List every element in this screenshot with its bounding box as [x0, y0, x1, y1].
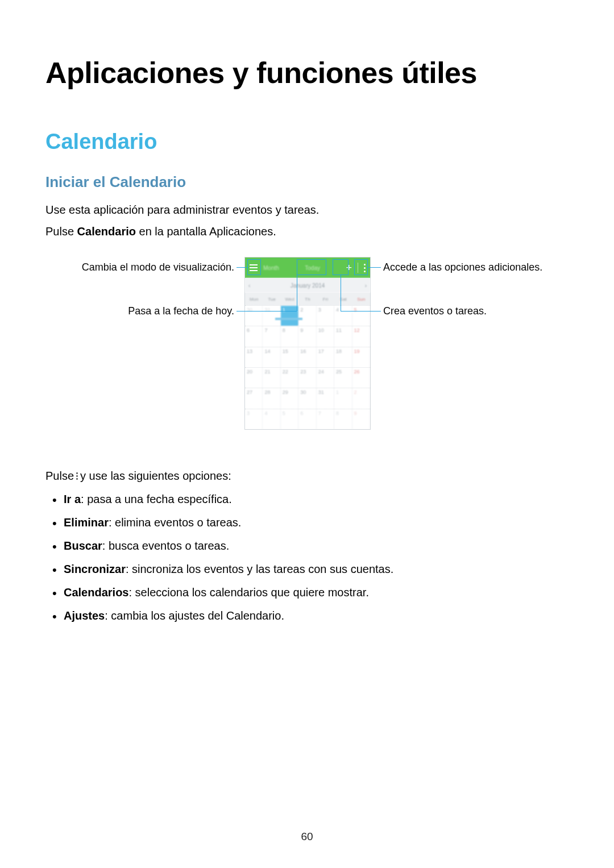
chevron-right-icon: ›	[365, 283, 367, 289]
options-intro: Pulse y use las siguientes opciones:	[45, 467, 569, 484]
calendar-cell: 16	[298, 347, 316, 367]
options-intro-pre: Pulse	[45, 467, 74, 484]
line-create	[341, 311, 381, 312]
calendar-cell: 2	[298, 306, 316, 326]
line-viewmode	[237, 267, 247, 268]
options-list: Ir a: pasa a una fecha específica.Elimin…	[45, 490, 569, 625]
calendar-cell: 7	[263, 326, 280, 346]
dow-cell: Mon	[245, 293, 263, 305]
calendar-cell: 21	[263, 368, 280, 388]
calendar-cell: 8	[281, 326, 298, 346]
calendar-cell: 15	[281, 347, 298, 367]
calendar-cell: 2	[352, 388, 370, 408]
dow-cell: Th	[298, 293, 316, 305]
label-more: Accede a las opciones adicionales.	[383, 261, 542, 273]
option-rest: : selecciona los calendarios que quiere …	[128, 586, 368, 599]
month-year-label: January 2014	[291, 283, 325, 289]
calendar-cell: 8	[334, 409, 352, 429]
option-item: Buscar: busca eventos o tareas.	[64, 537, 569, 555]
label-today: Pasa a la fecha de hoy.	[114, 305, 234, 317]
highlight-more	[354, 259, 368, 275]
line-today-v	[297, 275, 297, 311]
calendar-cell: 7	[317, 409, 334, 429]
option-item: Eliminar: elimina eventos o tareas.	[64, 513, 569, 532]
option-bold: Ajustes	[64, 609, 105, 622]
chevron-left-icon: ‹	[248, 283, 250, 289]
option-rest: : elimina eventos o tareas.	[109, 516, 241, 529]
view-mode-label: Month	[263, 265, 279, 271]
calendar-cell: 6	[245, 326, 263, 346]
calendar-cell: 17	[317, 347, 334, 367]
more-icon-inline	[76, 472, 78, 480]
highlight-plus	[333, 259, 349, 275]
calendar-cell: 5	[352, 306, 370, 326]
highlight-viewmode	[247, 259, 261, 275]
option-bold: Eliminar	[64, 516, 109, 529]
dow-cell: Wed	[281, 293, 298, 305]
calendar-cell: 31	[317, 388, 334, 408]
calendar-cell: 9	[352, 409, 370, 429]
calendar-cell: 28	[263, 388, 280, 408]
calendar-cell: 23	[298, 368, 316, 388]
today-underbar	[275, 318, 302, 320]
calendar-cell: 3	[317, 306, 334, 326]
calendar-month-nav: ‹ January 2014 ›	[245, 278, 370, 293]
calendar-cell: 14	[263, 347, 280, 367]
page-title: Aplicaciones y funciones útiles	[45, 56, 569, 90]
subsection-heading: Iniciar el Calendario	[45, 173, 569, 191]
calendar-cell: 13	[245, 347, 263, 367]
calendar-cell: 9	[298, 326, 316, 346]
calendar-cell: 19	[352, 347, 370, 367]
calendar-cell: 1	[334, 388, 352, 408]
section-heading: Calendario	[45, 130, 569, 154]
calendar-row: 20212223242526	[245, 367, 370, 388]
calendar-cell: 26	[352, 368, 370, 388]
calendar-cell: 25	[334, 368, 352, 388]
option-item: Calendarios: selecciona los calendarios …	[64, 583, 569, 602]
option-item: Ajustes: cambia los ajustes del Calendar…	[64, 607, 569, 625]
option-bold: Buscar	[64, 539, 102, 552]
dow-cell: Tue	[263, 293, 280, 305]
option-item: Ir a: pasa a una fecha específica.	[64, 490, 569, 509]
dow-cell: Sun	[352, 293, 370, 305]
line-more	[368, 267, 381, 268]
calendar-cell: 20	[245, 368, 263, 388]
dow-cell: Sat	[334, 293, 352, 305]
option-bold: Ir a	[64, 493, 81, 505]
label-create: Crea eventos o tareas.	[383, 305, 487, 317]
calendar-row: 272829303112	[245, 388, 370, 408]
option-item: Sincronizar: sincroniza los eventos y la…	[64, 560, 569, 579]
line-create-v	[341, 275, 341, 311]
calendar-row: 13141516171819	[245, 347, 370, 367]
calendar-cell: 10	[317, 326, 334, 346]
intro2-bold: Calendario	[77, 225, 136, 238]
options-intro-post: y use las siguientes opciones:	[80, 467, 231, 484]
highlight-today	[297, 259, 326, 275]
calendar-diagram: Month Today + ‹ January 2014 › MonTueWed…	[45, 257, 569, 445]
option-bold: Sincronizar	[64, 563, 126, 575]
calendar-cell: 31	[263, 306, 280, 326]
calendar-cell: 6	[298, 409, 316, 429]
calendar-cell: 18	[334, 347, 352, 367]
calendar-cell: 11	[334, 326, 352, 346]
intro2-post: en la pantalla Aplicaciones.	[136, 225, 276, 238]
label-viewmode: Cambia el modo de visualización.	[57, 261, 234, 273]
calendar-cell: 12	[352, 326, 370, 346]
option-rest: : busca eventos o tareas.	[102, 539, 229, 552]
page-number: 60	[0, 830, 614, 843]
day-of-week-row: MonTueWedThFriSatSun	[245, 293, 370, 305]
calendar-cell: 1	[281, 306, 298, 326]
calendar-cell: 4	[334, 306, 352, 326]
option-rest: : sincroniza los eventos y las tareas co…	[126, 563, 393, 575]
calendar-cell: 30	[298, 388, 316, 408]
calendar-row: 303112345	[245, 305, 370, 326]
calendar-cell: 27	[245, 388, 263, 408]
calendar-row: 6789101112	[245, 326, 370, 346]
calendar-cell: 5	[281, 409, 298, 429]
intro2-pre: Pulse	[45, 225, 77, 238]
calendar-screenshot: Month Today + ‹ January 2014 › MonTueWed…	[244, 257, 371, 430]
calendar-cell: 3	[245, 409, 263, 429]
calendar-cell: 22	[281, 368, 298, 388]
calendar-grid: 3031123456789101112131415161718192021222…	[245, 305, 370, 429]
calendar-cell: 29	[281, 388, 298, 408]
